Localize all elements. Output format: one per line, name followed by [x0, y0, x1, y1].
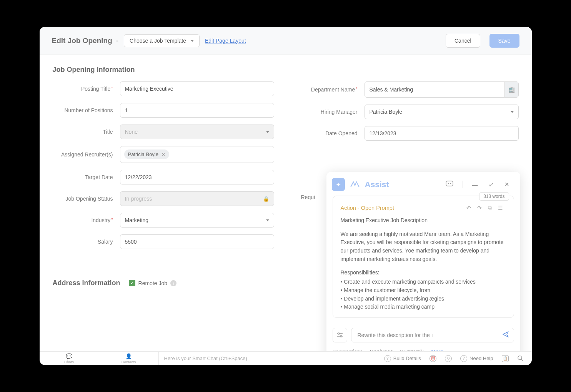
required-skills-label-cut: Requi [301, 194, 315, 200]
copy-icon[interactable]: ⧉ [485, 204, 495, 211]
redo-icon[interactable]: ↷ [474, 205, 485, 211]
minimize-icon[interactable]: — [469, 181, 481, 188]
title-value: None [125, 129, 138, 135]
svg-rect-0 [446, 181, 453, 186]
app-window: Edit Job Opening Choose a Job Template E… [40, 27, 532, 365]
bullet-item: • Manage social media marketing camp [341, 303, 506, 311]
footer-tab-label: Contacts [122, 360, 136, 364]
department-lookup[interactable]: Sales & Marketing 🏢 [365, 81, 519, 98]
industry-label: Industry* [53, 217, 120, 223]
summarize-link[interactable]: Summæly [400, 349, 424, 351]
target-date-input[interactable] [120, 170, 274, 184]
edit-page-layout-link[interactable]: Edit Page Layout [205, 38, 246, 44]
assist-prompt-input-wrapper [351, 328, 514, 342]
department-lookup-button[interactable]: 🏢 [504, 82, 518, 97]
recruiters-label: Assigned Recruiter(s) [53, 151, 120, 158]
clipboard-icon[interactable]: 📋 [499, 355, 512, 362]
hiring-manager-select[interactable]: Patricia Boyle [365, 105, 519, 119]
department-value: Sales & Marketing [365, 83, 504, 96]
hiring-manager-label: Hiring Manager [297, 109, 365, 115]
assist-panel: ✦ Assist — ⤢ ✕ 313 words Action - Open P… [326, 172, 520, 351]
search-icon[interactable] [514, 355, 527, 362]
save-button[interactable]: Save [489, 34, 519, 48]
recruiters-input[interactable]: Patricia Boyle ✕ [120, 146, 274, 163]
cancel-button[interactable]: Cancel [446, 34, 480, 48]
chevron-down-icon [266, 131, 269, 133]
chat-bubble-icon: 💬 [66, 353, 72, 359]
bullet-item: • Manage the customer lifecycle, from [341, 286, 506, 295]
salary-label: Salary [53, 239, 120, 245]
person-icon: 👤 [125, 353, 132, 359]
status-select[interactable]: In-progress 🔒 [120, 191, 274, 206]
assist-logo-icon: ✦ [332, 178, 345, 191]
recruiter-chip: Patricia Boyle ✕ [124, 149, 169, 159]
title-select[interactable]: None [120, 125, 274, 139]
date-opened-input[interactable] [365, 126, 519, 141]
date-opened-label: Date Opened [297, 130, 365, 136]
lock-icon: 🔒 [263, 196, 269, 202]
need-help-button[interactable]: ? Need Help [457, 355, 496, 362]
reminder-icon[interactable]: ⏰ [426, 355, 439, 362]
footer: 💬 Chats 👤 Contacts Here is your Smart Ch… [40, 351, 532, 365]
info-icon[interactable]: i [170, 280, 176, 286]
zia-icon [350, 180, 360, 189]
footer-chats-tab[interactable]: 💬 Chats [40, 352, 99, 365]
department-label: Department Name* [297, 86, 365, 93]
checkbox-checked-icon: ✓ [129, 280, 135, 286]
svg-line-8 [521, 359, 523, 361]
filter-button[interactable] [333, 328, 347, 342]
word-count-badge: 313 words [479, 192, 509, 201]
posting-title-input[interactable] [120, 81, 274, 96]
send-icon[interactable] [502, 331, 509, 339]
suggestions-label: Suggestions [333, 349, 363, 351]
footer-contacts-tab[interactable]: 👤 Contacts [99, 352, 159, 365]
title-label: Title [53, 129, 120, 135]
chat-icon[interactable] [443, 181, 456, 189]
main-content: Job Opening Information Posting Title* N… [40, 55, 532, 351]
template-select-label: Choose a Job Template [130, 38, 186, 44]
industry-value: Marketing [125, 217, 148, 223]
page-header: Edit Job Opening Choose a Job Template E… [40, 27, 532, 55]
assist-suggestions: Suggestions Rephrase Summæly More... [326, 346, 520, 351]
job-template-select[interactable]: Choose a Job Template [124, 34, 200, 47]
remote-job-toggle[interactable]: ✓ Remote Job i [129, 280, 176, 286]
svg-point-4 [338, 333, 340, 334]
industry-select[interactable]: Marketing [120, 213, 274, 228]
page-title: Edit Job Opening [52, 37, 119, 45]
target-date-label: Target Date [53, 174, 120, 180]
more-link[interactable]: More... [431, 349, 448, 351]
bullet-item: • Create and execute marketing campæıcts… [341, 278, 506, 286]
action-title: Action - Open Prompt [341, 205, 394, 211]
content-title: Marketing Executive Job Description [341, 216, 506, 225]
responsibilities-title: Responsibilities: [341, 269, 506, 277]
undo-icon[interactable]: ↶ [463, 205, 474, 211]
assist-input-row [326, 324, 520, 346]
assist-title: Assist [365, 180, 389, 189]
chip-remove-icon[interactable]: ✕ [161, 152, 165, 157]
history-icon[interactable]: ↻ [442, 355, 455, 362]
assist-prompt-input[interactable] [356, 328, 502, 342]
build-details-label: Build Details [393, 355, 421, 361]
expand-icon[interactable]: ⤢ [486, 181, 497, 188]
close-icon[interactable]: ✕ [501, 181, 513, 188]
chevron-down-icon [266, 219, 269, 221]
build-details-button[interactable]: ? Build Details [381, 355, 424, 362]
posting-title-label: Posting Title* [53, 86, 120, 92]
question-icon: ? [384, 355, 391, 362]
building-icon: 🏢 [508, 86, 515, 93]
chevron-down-icon [191, 40, 194, 42]
question-icon: ? [460, 355, 467, 362]
smart-chat-hint[interactable]: Here is your Smart Chat (Ctrl+Space) [159, 355, 247, 361]
chevron-down-icon [511, 111, 514, 113]
section-job-info-title: Job Opening Information [53, 66, 519, 74]
status-value: In-progress [125, 196, 152, 202]
positions-input[interactable] [120, 103, 274, 118]
salary-input[interactable] [120, 234, 274, 249]
svg-point-1 [448, 183, 449, 184]
bullet-item: • Develop and implement advertising ægie… [341, 295, 506, 303]
status-label: Job Opening Status [53, 196, 120, 202]
rephrase-link[interactable]: Rephrase [370, 349, 393, 351]
assist-card: 313 words Action - Open Prompt ↶ ↷ ⧉ ☰ M… [333, 196, 514, 318]
svg-point-7 [518, 356, 522, 360]
insert-icon[interactable]: ☰ [495, 205, 506, 211]
